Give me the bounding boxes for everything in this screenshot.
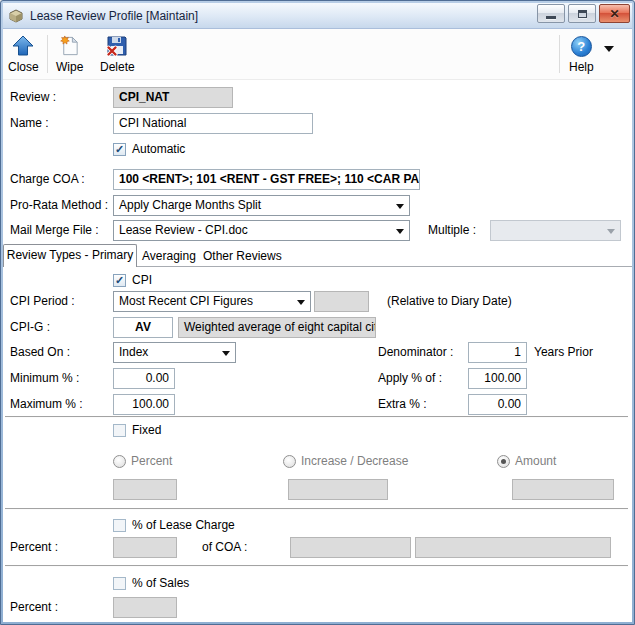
- fixed-label: Fixed: [132, 420, 161, 441]
- cpig-description-field: Weighted average of eight capital citi: [178, 317, 376, 338]
- toolbar-wipe-label: Wipe: [56, 60, 83, 74]
- dropdown-arrow-icon: [297, 300, 305, 305]
- sales-percent-field: [113, 597, 177, 618]
- toolbar-close-button[interactable]: Close: [5, 31, 42, 78]
- percent-option-label: Percent: [131, 451, 172, 472]
- toolbar-separator: [559, 35, 560, 73]
- cpi-checkbox[interactable]: ✓: [113, 274, 126, 287]
- maximize-icon: [578, 10, 587, 18]
- extra-pct-label: Extra % :: [378, 394, 427, 415]
- pct-lease-charge-label: % of Lease Charge: [132, 515, 235, 536]
- mail-merge-value: Lease Review - CPI.doc: [119, 223, 248, 237]
- amount-option-label: Amount: [515, 451, 556, 472]
- review-label: Review :: [10, 87, 56, 108]
- pct-sales-checkbox[interactable]: [113, 577, 126, 590]
- check-icon: ✓: [115, 275, 124, 286]
- years-prior-label: Years Prior: [534, 342, 593, 363]
- close-window-button[interactable]: ✕: [599, 4, 630, 23]
- increase-decrease-radio: [283, 455, 296, 468]
- help-menu-arrow-icon[interactable]: [604, 46, 614, 52]
- toolbar-wipe-button[interactable]: Wipe: [53, 31, 86, 78]
- of-coa-description-field: [415, 537, 611, 558]
- section-divider: [5, 416, 628, 418]
- delete-save-icon: [106, 32, 128, 60]
- toolbar-delete-button[interactable]: Delete: [97, 31, 138, 78]
- section-divider: [5, 565, 628, 567]
- close-icon: ✕: [609, 6, 619, 22]
- close-arrow-icon: [12, 32, 34, 60]
- apply-pct-label: Apply % of :: [378, 368, 442, 389]
- cpig-code-field[interactable]: AV: [113, 317, 173, 338]
- cpi-period-value: Most Recent CPI Figures: [119, 294, 253, 308]
- fixed-increase-field: [288, 479, 388, 500]
- minimum-field[interactable]: 0.00: [113, 368, 175, 389]
- cpi-period-label: CPI Period :: [10, 291, 75, 312]
- charge-coa-field[interactable]: 100 <RENT>; 101 <RENT - GST FREE>; 110 <…: [113, 169, 420, 190]
- charge-coa-label: Charge COA :: [10, 169, 85, 190]
- cpi-period-note: (Relative to Diary Date): [387, 291, 512, 312]
- percent-radio: [113, 455, 126, 468]
- cpi-label: CPI: [132, 270, 152, 291]
- window: Lease Review Profile [Maintain] ✕: [0, 0, 635, 625]
- toolbar-delete-label: Delete: [100, 60, 135, 74]
- of-coa-label: of COA :: [202, 537, 247, 558]
- pro-rata-label: Pro-Rata Method :: [10, 195, 108, 216]
- review-field: CPI_NAT: [113, 87, 233, 108]
- name-label: Name :: [10, 113, 49, 134]
- automatic-label: Automatic: [132, 139, 185, 160]
- dropdown-arrow-icon: [607, 229, 615, 234]
- lease-percent-field: [113, 537, 177, 558]
- toolbar-help-label: Help: [569, 60, 594, 74]
- tab-other-reviews[interactable]: Other Reviews: [203, 247, 283, 266]
- minimum-label: Minimum % :: [10, 368, 79, 389]
- fixed-percent-field: [113, 479, 177, 500]
- maximize-button[interactable]: [568, 4, 596, 23]
- window-inner: Lease Review Profile [Maintain] ✕: [3, 3, 632, 622]
- lease-percent-label: Percent :: [10, 537, 58, 558]
- minimize-icon: [546, 16, 556, 19]
- cpi-period-offset-field: [314, 291, 369, 312]
- sales-percent-label: Percent :: [10, 597, 58, 618]
- based-on-value: Index: [119, 345, 148, 359]
- cpig-label: CPI-G :: [10, 317, 50, 338]
- tab-review-types-primary[interactable]: Review Types - Primary: [3, 244, 137, 267]
- denominator-field[interactable]: 1: [468, 342, 527, 363]
- section-divider: [5, 508, 628, 510]
- apply-pct-field[interactable]: 100.00: [468, 368, 527, 389]
- mail-merge-dropdown[interactable]: Lease Review - CPI.doc: [113, 220, 410, 241]
- toolbar-help-button[interactable]: ? Help: [566, 31, 597, 78]
- pct-lease-charge-checkbox[interactable]: [113, 519, 126, 532]
- cpi-period-dropdown[interactable]: Most Recent CPI Figures: [113, 291, 311, 312]
- tab-averaging[interactable]: Averaging: [142, 247, 198, 266]
- based-on-label: Based On :: [10, 342, 70, 363]
- increase-decrease-option-label: Increase / Decrease: [301, 451, 408, 472]
- check-icon: ✓: [115, 144, 124, 155]
- dropdown-arrow-icon: [396, 204, 404, 209]
- app-icon[interactable]: [8, 8, 24, 24]
- mail-merge-label: Mail Merge File :: [10, 220, 99, 241]
- help-icon: ?: [571, 36, 592, 57]
- multiple-dropdown: [490, 220, 621, 241]
- minimize-button[interactable]: [537, 4, 565, 23]
- fixed-checkbox[interactable]: [113, 424, 126, 437]
- window-title: Lease Review Profile [Maintain]: [30, 9, 198, 23]
- amount-radio: [497, 455, 510, 468]
- pct-sales-label: % of Sales: [132, 573, 189, 594]
- extra-pct-field[interactable]: 0.00: [468, 394, 527, 415]
- name-field[interactable]: CPI National: [113, 113, 313, 134]
- pro-rata-value: Apply Charge Months Split: [119, 198, 261, 212]
- based-on-dropdown[interactable]: Index: [113, 342, 236, 363]
- window-controls: ✕: [537, 4, 630, 23]
- dropdown-arrow-icon: [222, 351, 230, 356]
- fixed-amount-field: [512, 479, 614, 500]
- of-coa-code-field: [290, 537, 411, 558]
- toolbar-separator: [47, 35, 48, 73]
- title-bar[interactable]: Lease Review Profile [Maintain] ✕: [3, 3, 632, 29]
- multiple-label: Multiple :: [428, 220, 476, 241]
- radio-dot-icon: [501, 459, 506, 464]
- dropdown-arrow-icon: [396, 229, 404, 234]
- automatic-checkbox[interactable]: ✓: [113, 143, 126, 156]
- pro-rata-dropdown[interactable]: Apply Charge Months Split: [113, 195, 410, 216]
- wipe-page-icon: [58, 32, 81, 60]
- maximum-field[interactable]: 100.00: [113, 394, 175, 415]
